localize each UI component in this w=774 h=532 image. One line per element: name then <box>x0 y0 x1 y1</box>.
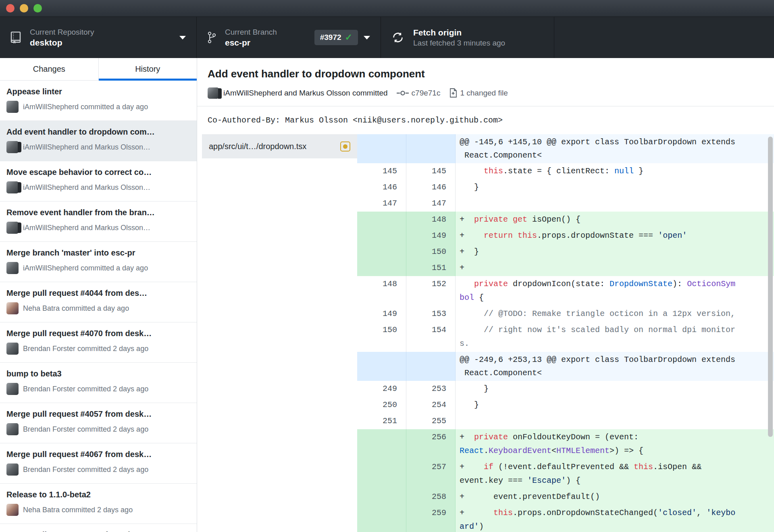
commit-authors: iAmWillShepherd and Markus Olsson commit… <box>223 89 388 98</box>
diff-code-line: + if (!event.defaultPrevented && this.is… <box>456 459 774 489</box>
current-branch-button[interactable]: Current Branch esc-pr #3972 ✓ <box>197 17 381 58</box>
commit-detail-panel: Add event handler to dropdown component … <box>197 58 774 532</box>
diff-old-line-number <box>357 260 406 276</box>
diff-scrollbar[interactable] <box>768 137 773 437</box>
commit-list-item[interactable]: Remove event handler from the bran…iAmWi… <box>0 202 197 242</box>
diff-code-line: + event.preventDefault() <box>456 489 774 505</box>
diff-old-line-number: 147 <box>357 195 406 212</box>
git-branch-icon <box>207 31 216 44</box>
diff-old-line-number <box>357 352 406 381</box>
diff-code-line: } <box>456 381 774 397</box>
file-list: app/src/ui/t…/dropdown.tsx <box>197 134 357 532</box>
diff-row[interactable]: 145145 this.state = { clientRect: null } <box>357 163 774 179</box>
commit-item-meta-text: iAmWillShepherd committed a day ago <box>23 103 148 111</box>
diff-row[interactable]: @@ -145,6 +145,10 @@ export class Toolba… <box>357 134 774 163</box>
commit-sha: c79e71c <box>412 89 441 98</box>
commit-item-meta: iAmWillShepherd and Markus Olsson… <box>6 181 192 193</box>
diff-row[interactable]: 149+ return this.props.dropdownState ===… <box>357 228 774 244</box>
diff-row[interactable]: 147147 <box>357 195 774 212</box>
repository-text: Current Repository desktop <box>30 28 174 48</box>
commit-item-title: Release to 1.1.0-beta2 <box>6 490 192 499</box>
avatar <box>6 423 19 435</box>
diff-old-line-number <box>357 459 406 489</box>
avatar <box>6 504 19 516</box>
commit-item-meta-text: Brendan Forster committed 2 days ago <box>23 425 148 434</box>
commit-list-item[interactable]: Merge pull request #4072 from d… <box>0 524 197 532</box>
commit-list-item[interactable]: Merge pull request #4067 from desk…Brend… <box>0 443 197 484</box>
close-window-button[interactable] <box>6 4 15 12</box>
commit-list-item[interactable]: Appease linteriAmWillShepherd committed … <box>0 81 197 121</box>
diff-code-line: // right now it's scaled badly on normal… <box>456 322 774 352</box>
diff-row[interactable]: 146146 } <box>357 179 774 195</box>
diff-new-line-number: 259 <box>406 505 456 532</box>
diff-row[interactable]: 259+ this.props.onDropdownStateChanged('… <box>357 505 774 532</box>
diff-row[interactable]: 150154 // right now it's scaled badly on… <box>357 322 774 352</box>
branch-label: Current Branch <box>225 28 310 37</box>
diff-code-line: + <box>456 260 774 276</box>
diff-old-line-number: 249 <box>357 381 406 397</box>
sidebar-tabs: Changes History <box>0 58 197 81</box>
fetch-origin-button[interactable]: Fetch origin Last fetched 3 minutes ago <box>381 17 554 58</box>
diff-old-line-number <box>357 244 406 260</box>
diff-row[interactable]: 148152 private dropdownIcon(state: Dropd… <box>357 276 774 306</box>
file-list-item[interactable]: app/src/ui/t…/dropdown.tsx <box>202 134 357 158</box>
diff-row[interactable]: 151+ <box>357 260 774 276</box>
diff-old-line-number: 145 <box>357 163 406 179</box>
commit-item-meta: iAmWillShepherd and Markus Olsson… <box>6 141 192 153</box>
commit-item-meta: Brendan Forster committed 2 days ago <box>6 463 192 476</box>
commit-list-item[interactable]: Merge pull request #4057 from desk…Brend… <box>0 403 197 443</box>
commit-item-meta: Brendan Forster committed 2 days ago <box>6 423 192 435</box>
diff-row[interactable]: 148+ private get isOpen() { <box>357 212 774 228</box>
diff-code-line: } <box>456 179 774 195</box>
commit-list-item[interactable]: Release to 1.1.0-beta2Neha Batra committ… <box>0 484 197 524</box>
repository-name: desktop <box>30 38 174 48</box>
sidebar: Changes History Appease linteriAmWillShe… <box>0 58 197 532</box>
commit-item-meta-text: Neha Batra committed a day ago <box>23 304 129 313</box>
diff-row[interactable]: 256+ private onFoldoutKeyDown = (event: … <box>357 429 774 459</box>
avatar <box>6 383 19 395</box>
commit-item-meta: iAmWillShepherd and Markus Olsson… <box>6 222 192 234</box>
commit-item-title: Merge pull request #4044 from des… <box>6 289 192 298</box>
commit-list: Appease linteriAmWillShepherd committed … <box>0 81 197 532</box>
tab-changes[interactable]: Changes <box>0 58 99 80</box>
commit-list-item[interactable]: Merge branch 'master' into esc-priAmWill… <box>0 242 197 282</box>
zoom-window-button[interactable] <box>33 4 42 12</box>
commit-item-meta: Neha Batra committed a day ago <box>6 302 192 314</box>
diff-new-line-number: 151 <box>406 260 456 276</box>
commit-list-item[interactable]: bump to beta3Brendan Forster committed 2… <box>0 363 197 403</box>
commit-list-item[interactable]: Add event handler to dropdown com…iAmWil… <box>0 121 197 161</box>
diff-row[interactable]: 257+ if (!event.defaultPrevented && this… <box>357 459 774 489</box>
diff-row[interactable]: 250254 } <box>357 397 774 413</box>
avatar <box>6 343 19 355</box>
toolbar-spacer <box>554 17 774 58</box>
diff-row[interactable]: 150+ } <box>357 244 774 260</box>
diff-view[interactable]: @@ -145,6 +145,10 @@ export class Toolba… <box>357 134 774 532</box>
fetch-sublabel: Last fetched 3 minutes ago <box>413 39 543 48</box>
diff-old-line-number: 251 <box>357 413 406 429</box>
current-repository-button[interactable]: Current Repository desktop <box>0 17 197 58</box>
diff-row[interactable]: 149153 // @TODO: Remake triangle octicon… <box>357 306 774 322</box>
commit-item-title: Merge pull request #4067 from desk… <box>6 450 192 459</box>
file-path: app/src/ui/t…/dropdown.tsx <box>209 142 306 151</box>
commit-list-item[interactable]: Move escape behavior to correct co…iAmWi… <box>0 161 197 202</box>
diff-new-line-number: 149 <box>406 228 456 244</box>
diff-new-line-number: 152 <box>406 276 456 306</box>
commit-item-title: Move escape behavior to correct co… <box>6 168 192 177</box>
diff-row[interactable]: 251255 <box>357 413 774 429</box>
diff-row[interactable]: 249253 } <box>357 381 774 397</box>
tab-history[interactable]: History <box>99 58 197 80</box>
avatar <box>6 222 19 234</box>
diff-row[interactable]: @@ -249,6 +253,13 @@ export class Toolba… <box>357 352 774 381</box>
commit-list-item[interactable]: Merge pull request #4044 from des…Neha B… <box>0 282 197 322</box>
commit-item-meta: iAmWillShepherd committed a day ago <box>6 101 192 113</box>
diff-old-line-number <box>357 489 406 505</box>
diff-row[interactable]: 258+ event.preventDefault() <box>357 489 774 505</box>
avatar <box>6 463 19 476</box>
minimize-window-button[interactable] <box>20 4 28 12</box>
commit-item-meta: Neha Batra committed 2 days ago <box>6 504 192 516</box>
avatar <box>6 141 19 153</box>
diff-new-line-number: 145 <box>406 163 456 179</box>
diff-code-line <box>456 413 774 429</box>
commit-list-item[interactable]: Merge pull request #4070 from desk…Brend… <box>0 322 197 363</box>
diff-code-line: this.state = { clientRect: null } <box>456 163 774 179</box>
